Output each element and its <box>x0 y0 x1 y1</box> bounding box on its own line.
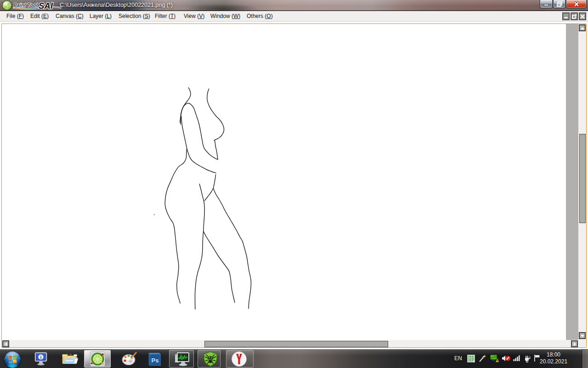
svg-text:SAI: SAI <box>39 1 53 11</box>
svg-text:Paint Tool: Paint Tool <box>14 3 38 8</box>
